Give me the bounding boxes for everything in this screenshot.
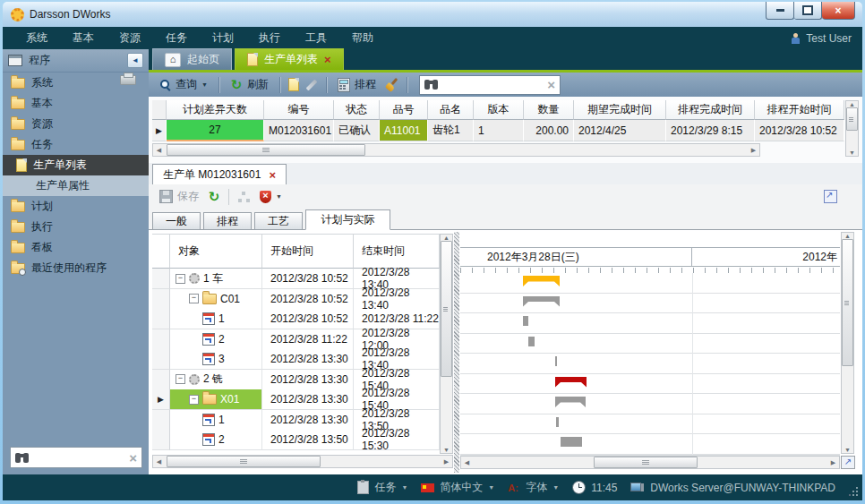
scroll-thumb[interactable] <box>167 456 321 467</box>
scroll-left-icon[interactable]: ◀ <box>461 459 473 466</box>
gantt-bar[interactable] <box>528 337 535 346</box>
sidebar-item[interactable]: 生产单属性 <box>3 175 149 196</box>
close-tab-icon[interactable]: × <box>324 54 331 65</box>
column-header[interactable]: 品号 <box>380 100 428 120</box>
chevron-down-icon[interactable]: ▼ <box>401 484 407 491</box>
scroll-up-icon[interactable]: ▲ <box>441 235 452 241</box>
scroll-left-icon[interactable]: ◀ <box>153 147 165 154</box>
sidebar-item[interactable]: 计划 <box>3 196 149 217</box>
scroll-down-icon[interactable]: ▼ <box>842 447 853 453</box>
sidebar-item[interactable]: 看板 <box>3 237 149 258</box>
menu-item[interactable]: 任务 <box>153 27 200 49</box>
column-header[interactable]: 版本 <box>474 100 524 120</box>
column-header[interactable]: 计划差异天数 <box>167 100 264 120</box>
grid-cell[interactable]: M012031601 <box>264 120 334 141</box>
menu-item[interactable]: 工具 <box>293 27 339 49</box>
grid-horizontal-scrollbar[interactable]: ◀ ▶ <box>152 143 760 157</box>
status-item[interactable]: 字体▼ <box>508 480 559 495</box>
gantt-bar[interactable] <box>523 316 528 326</box>
tree-object-cell[interactable]: 3 <box>170 349 262 370</box>
scroll-right-icon[interactable]: ▶ <box>827 459 839 466</box>
tree-object-cell[interactable]: 2 <box>170 329 262 350</box>
tree-row[interactable]: 22012/3/28 13:502012/3/28 15:30 <box>152 430 440 450</box>
chevron-down-icon[interactable]: ▼ <box>201 81 208 88</box>
scroll-thumb[interactable] <box>594 457 698 468</box>
hierarchy-icon[interactable] <box>237 192 251 202</box>
detail-tab[interactable]: 生产单 M012031601 × <box>152 164 287 184</box>
resize-grip[interactable] <box>849 487 858 496</box>
column-header[interactable]: 期望完成时间 <box>574 100 666 120</box>
tab[interactable]: 起始页 <box>152 48 232 70</box>
grid-cell[interactable]: 已确认 <box>334 120 380 141</box>
menu-item[interactable]: 执行 <box>246 27 293 49</box>
sidebar-item[interactable]: 基本 <box>3 93 149 114</box>
tree-object-cell[interactable]: −C01 <box>170 289 262 310</box>
chevron-down-icon[interactable]: ▼ <box>488 484 494 491</box>
scroll-down-icon[interactable]: ▼ <box>846 149 858 156</box>
save-button[interactable]: 保存 <box>157 187 201 206</box>
tree-object-cell[interactable]: −1 车 <box>170 269 262 289</box>
column-header[interactable]: 排程完成时间 <box>666 100 755 120</box>
open-in-window-icon[interactable] <box>824 190 837 203</box>
grid-cell[interactable]: 齿轮1 <box>428 120 474 141</box>
grid-cell[interactable]: A11001 <box>380 120 428 141</box>
refresh-icon[interactable]: ↻ <box>208 191 220 202</box>
refresh-button[interactable]: ↻ 刷新 <box>227 75 271 94</box>
tree-horizontal-scrollbar[interactable]: ◀ ▶ <box>152 455 453 468</box>
collapse-icon[interactable]: − <box>189 294 199 303</box>
tree-column-header[interactable]: 结束时间 <box>354 234 440 269</box>
scroll-thumb[interactable] <box>842 239 853 366</box>
collapse-icon[interactable]: − <box>189 395 199 405</box>
menu-item[interactable]: 计划 <box>200 27 246 49</box>
tree-object-cell[interactable]: −2 铣 <box>170 370 262 390</box>
sidebar-item[interactable]: 任务 <box>3 134 149 155</box>
gantt-horizontal-scrollbar[interactable]: ◀ ▶ <box>460 456 840 469</box>
chevron-down-icon[interactable]: ▼ <box>276 193 282 200</box>
tree-vertical-scrollbar[interactable]: ▲ ▼ <box>440 234 453 454</box>
sidebar-item[interactable]: 资源 <box>3 114 149 134</box>
collapse-icon[interactable]: − <box>176 374 185 384</box>
grid-cell[interactable]: 1 <box>474 120 524 141</box>
sidebar-item[interactable]: 生产单列表 <box>3 155 149 175</box>
grid-vertical-scrollbar[interactable]: ▲ ▼ <box>845 100 859 157</box>
edit-icon[interactable] <box>306 79 318 90</box>
sidebar-item[interactable]: 最近使用的程序 <box>3 258 149 278</box>
menu-item[interactable]: 资源 <box>107 27 153 49</box>
sidebar-search-input[interactable] <box>33 450 124 465</box>
grid-cell[interactable]: 2012/4/25 <box>574 120 666 141</box>
scroll-left-icon[interactable]: ◀ <box>153 458 165 466</box>
toolbar-search-input[interactable] <box>442 78 543 92</box>
query-button[interactable]: 查询 ▼ <box>157 75 210 94</box>
subtab[interactable]: 排程 <box>203 212 252 230</box>
gantt-bar[interactable] <box>556 417 559 427</box>
minimize-button[interactable] <box>766 2 794 20</box>
splitter-handle[interactable] <box>454 232 459 473</box>
status-item[interactable]: 任务▼ <box>357 480 407 495</box>
scroll-right-icon[interactable]: ▶ <box>441 458 452 466</box>
column-header[interactable]: 品名 <box>428 100 474 120</box>
grid-cell[interactable]: 2012/3/29 8:15 <box>666 120 755 141</box>
menu-item[interactable]: 基本 <box>60 27 107 49</box>
tree-object-cell[interactable]: 1 <box>170 410 262 431</box>
scroll-thumb[interactable] <box>846 107 858 131</box>
menu-item[interactable]: 系统 <box>13 27 60 49</box>
tree-object-cell[interactable]: 1 <box>170 309 262 329</box>
tree-column-header[interactable]: 开始时间 <box>262 234 354 269</box>
validate-button[interactable]: ▼ <box>257 189 285 205</box>
status-item[interactable]: 简体中文▼ <box>421 480 494 495</box>
column-header[interactable]: 编号 <box>264 100 334 120</box>
scroll-up-icon[interactable]: ▲ <box>842 233 853 239</box>
close-button[interactable]: × <box>822 2 855 20</box>
gantt-bar[interactable] <box>555 356 557 366</box>
clear-search-icon[interactable]: × <box>129 451 137 465</box>
menu-item[interactable]: 帮助 <box>339 27 386 49</box>
tree-object-cell[interactable]: −X01 <box>170 389 262 410</box>
chevron-down-icon[interactable]: ▼ <box>552 484 559 491</box>
scroll-thumb[interactable] <box>441 241 452 377</box>
scroll-thumb[interactable] <box>167 144 365 156</box>
title-bar[interactable]: Darsson DWorks × <box>3 2 862 27</box>
sidebar-item[interactable]: 执行 <box>3 217 149 237</box>
printer-icon[interactable] <box>120 75 136 85</box>
scroll-right-icon[interactable]: ▶ <box>748 147 759 154</box>
tree-column-header[interactable]: 对象 <box>170 234 262 269</box>
